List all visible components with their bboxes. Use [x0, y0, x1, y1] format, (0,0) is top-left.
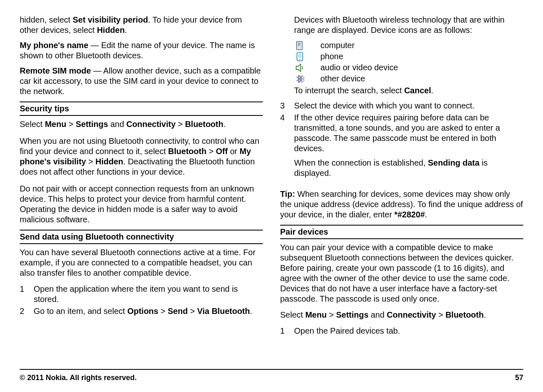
- bold-text: Set visibility period: [73, 15, 148, 24]
- text: >: [176, 120, 185, 129]
- svg-point-6: [299, 59, 300, 60]
- bold-text: Connectivity: [387, 310, 436, 319]
- bold-text: Hidden: [97, 25, 125, 35]
- list-number: 3: [280, 101, 288, 111]
- paragraph: Remote SIM mode — Allow another device, …: [20, 66, 263, 97]
- section-heading-send-data: Send data using Bluetooth connectivity: [20, 230, 263, 244]
- icon-row-other: other device: [280, 74, 523, 84]
- icon-label: computer: [320, 40, 354, 51]
- icon-row-phone: phone: [280, 51, 523, 62]
- icon-label: other device: [320, 74, 365, 84]
- paragraph: You can have several Bluetooth connectio…: [20, 247, 263, 278]
- column-right: Devices with Bluetooth wireless technolo…: [280, 15, 523, 352]
- bold-text: Send: [168, 307, 188, 316]
- svg-rect-5: [298, 54, 301, 58]
- text: .: [250, 307, 252, 316]
- text: .: [431, 86, 434, 95]
- bold-text: Settings: [336, 310, 368, 319]
- bold-text: Bluetooth: [168, 147, 206, 156]
- paragraph: To interrupt the search, select Cancel.: [280, 85, 523, 96]
- speaker-icon: [295, 64, 306, 72]
- list-item: 3 Select the device with which you want …: [280, 101, 523, 111]
- list-body: Select the device with which you want to…: [294, 101, 523, 111]
- list-body: Open the Paired devices tab.: [294, 326, 523, 336]
- bold-text: Via Bluetooth: [197, 307, 250, 316]
- text: When the connection is established,: [294, 158, 428, 167]
- list-number: 4: [280, 113, 288, 183]
- text: .: [484, 310, 486, 319]
- paragraph: Do not pair with or accept connection re…: [20, 184, 263, 225]
- text: >: [188, 307, 197, 316]
- list-item: 1 Open the Paired devices tab.: [280, 326, 523, 336]
- text: .: [125, 25, 127, 35]
- section-heading-pair-devices: Pair devices: [280, 225, 523, 239]
- paragraph: You can pair your device with a compatib…: [280, 242, 523, 304]
- bold-text: Tip:: [280, 189, 295, 198]
- list-item: 2 Go to an item, and select Options > Se…: [20, 306, 263, 316]
- icon-row-computer: computer: [280, 40, 523, 51]
- icon-label: phone: [320, 51, 343, 62]
- copyright-text: © 2011 Nokia. All rights reserved.: [20, 373, 137, 383]
- text: and: [108, 120, 126, 129]
- list-number: 1: [280, 326, 288, 336]
- text: .: [223, 120, 226, 129]
- page-footer: © 2011 Nokia. All rights reserved. 57: [20, 369, 523, 383]
- text: >: [66, 120, 76, 129]
- phone-icon: [295, 52, 306, 61]
- text: >: [327, 310, 336, 319]
- section-heading-security-tips: Security tips: [20, 101, 263, 116]
- svg-marker-7: [296, 64, 301, 71]
- text: To interrupt the search, select: [294, 86, 404, 95]
- bold-text: My phone's name: [20, 41, 88, 50]
- paragraph: When the connection is established, Send…: [294, 158, 523, 178]
- list-item: 4 If the other device requires pairing b…: [280, 113, 523, 183]
- text: hidden, select: [20, 15, 73, 24]
- list-number: 2: [20, 306, 27, 316]
- page-number: 57: [515, 373, 523, 383]
- bold-text: *#2820#: [394, 210, 425, 219]
- text: >: [158, 307, 168, 316]
- text: Select: [280, 310, 305, 319]
- text: .: [425, 210, 427, 219]
- bold-text: Options: [127, 307, 159, 316]
- text: and: [368, 310, 387, 319]
- list-number: 1: [20, 284, 27, 304]
- text: >: [436, 310, 446, 319]
- text: >: [86, 157, 95, 166]
- paragraph: Select Menu > Settings and Connectivity …: [20, 119, 263, 129]
- column-left: hidden, select Set visibility period. To…: [20, 15, 263, 352]
- bold-text: Menu: [45, 120, 66, 129]
- paragraph: hidden, select Set visibility period. To…: [20, 15, 263, 35]
- text: If the other device requires pairing bef…: [294, 113, 500, 153]
- text: >: [207, 147, 216, 156]
- list-item: 1 Open the application where the item yo…: [20, 284, 263, 304]
- list-body: If the other device requires pairing bef…: [294, 113, 523, 183]
- paragraph: Select Menu > Settings and Connectivity …: [280, 310, 523, 320]
- bold-text: Off: [216, 147, 228, 156]
- paragraph: Devices with Bluetooth wireless technolo…: [280, 15, 523, 35]
- bold-text: Sending data: [428, 158, 480, 167]
- text: Go to an item, and select: [34, 307, 127, 316]
- bold-text: Hidden: [95, 157, 123, 166]
- list-body: Go to an item, and select Options > Send…: [34, 306, 263, 316]
- bold-text: Settings: [76, 120, 108, 129]
- list-body: Open the application where the item you …: [34, 284, 263, 304]
- icon-row-audio: audio or video device: [280, 62, 523, 73]
- computer-icon: [295, 41, 306, 50]
- bold-text: Bluetooth: [185, 120, 223, 129]
- bold-text: Connectivity: [127, 120, 176, 129]
- bold-text: Bluetooth: [445, 310, 483, 319]
- bluetooth-icon: [295, 75, 306, 83]
- tip-paragraph: Tip: When searching for devices, some de…: [280, 189, 523, 220]
- icon-label: audio or video device: [320, 62, 398, 73]
- bold-text: Menu: [305, 310, 327, 319]
- bold-text: Cancel: [404, 86, 431, 95]
- bold-text: Remote SIM mode: [20, 66, 91, 75]
- text: or: [228, 147, 239, 156]
- text: Select: [20, 120, 45, 129]
- paragraph: My phone's name — Edit the name of your …: [20, 40, 263, 61]
- paragraph: When you are not using Bluetooth connect…: [20, 136, 263, 177]
